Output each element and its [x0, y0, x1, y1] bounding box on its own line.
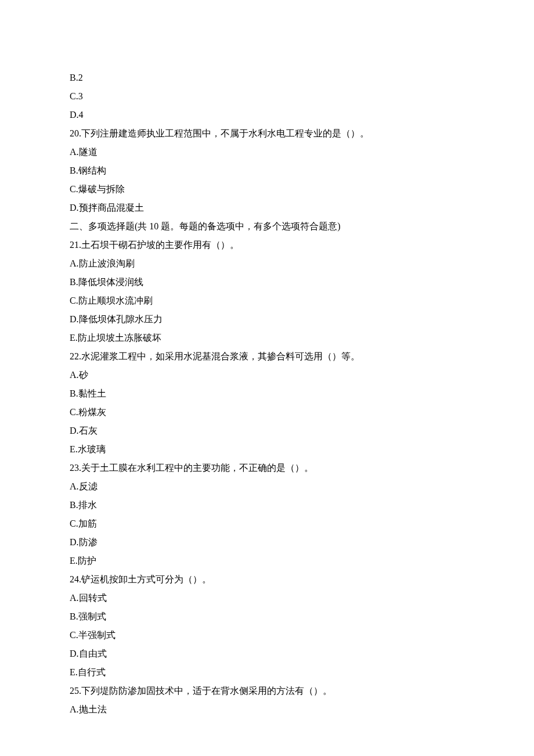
- option-20-a: A.隧道: [70, 143, 464, 161]
- option-21-a: A.防止波浪淘刷: [70, 254, 464, 273]
- section-2-heading: 二、多项选择题(共 10 题。每题的备选项中，有多个选项符合题意): [70, 217, 464, 236]
- option-22-c: C.粉煤灰: [70, 403, 464, 422]
- option-21-c: C.防止顺坝水流冲刷: [70, 291, 464, 310]
- option-22-b: B.黏性土: [70, 384, 464, 403]
- option-c-3: C.3: [70, 87, 464, 106]
- option-23-c: C.加筋: [70, 514, 464, 533]
- option-20-d: D.预拌商品混凝土: [70, 199, 464, 217]
- question-22: 22.水泥灌浆工程中，如采用水泥基混合浆液，其掺合料可选用（）等。: [70, 347, 464, 366]
- option-21-d: D.降低坝体孔隙水压力: [70, 310, 464, 329]
- option-23-d: D.防渗: [70, 533, 464, 552]
- option-23-a: A.反滤: [70, 477, 464, 496]
- option-d-4: D.4: [70, 106, 464, 124]
- option-21-b: B.降低坝体浸润线: [70, 273, 464, 291]
- option-24-c: C.半强制式: [70, 626, 464, 645]
- option-23-e: E.防护: [70, 552, 464, 570]
- option-23-b: B.排水: [70, 496, 464, 514]
- question-21: 21.土石坝干砌石护坡的主要作用有（）。: [70, 236, 464, 254]
- option-20-b: B.钢结构: [70, 161, 464, 180]
- question-23: 23.关于土工膜在水利工程中的主要功能，不正确的是（）。: [70, 459, 464, 477]
- option-24-b: B.强制式: [70, 607, 464, 626]
- option-24-d: D.自由式: [70, 645, 464, 663]
- question-20: 20.下列注册建造师执业工程范围中，不属于水利水电工程专业的是（）。: [70, 124, 464, 143]
- option-b-2: B.2: [70, 69, 464, 87]
- question-24: 24.铲运机按卸土方式可分为（）。: [70, 570, 464, 589]
- option-22-a: A.砂: [70, 366, 464, 384]
- option-24-a: A.回转式: [70, 589, 464, 607]
- option-21-e: E.防止坝坡土冻胀破坏: [70, 329, 464, 347]
- question-25: 25.下列堤防防渗加固技术中，适于在背水侧采用的方法有（）。: [70, 682, 464, 700]
- option-24-e: E.自行式: [70, 663, 464, 682]
- option-25-a: A.抛土法: [70, 700, 464, 719]
- option-22-e: E.水玻璃: [70, 440, 464, 459]
- option-20-c: C.爆破与拆除: [70, 180, 464, 199]
- option-22-d: D.石灰: [70, 422, 464, 440]
